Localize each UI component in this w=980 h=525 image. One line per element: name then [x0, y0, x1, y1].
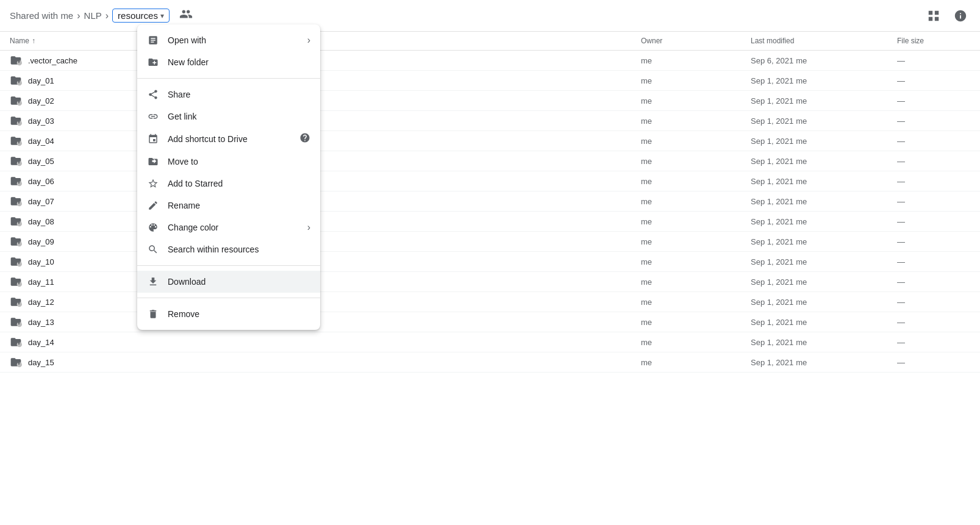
- file-name-cell: day_05: [10, 155, 641, 167]
- modified-date: Sep 1, 2021: [751, 257, 793, 266]
- modified-date: Sep 1, 2021: [751, 298, 793, 307]
- menu-item-move-to[interactable]: Move to: [137, 151, 320, 173]
- menu-item-search-within[interactable]: Search within resources: [137, 238, 320, 260]
- menu-label-share: Share: [168, 90, 190, 99]
- menu-label-add-starred: Add to Starred: [168, 179, 223, 188]
- menu-item-share[interactable]: Share: [137, 84, 320, 105]
- folder-icon: [10, 135, 22, 147]
- modified-by: me: [796, 318, 807, 327]
- menu-label-search-within: Search within resources: [168, 245, 259, 254]
- file-modified: Sep 1, 2021 me: [751, 157, 897, 166]
- menu-item-change-color[interactable]: Change color ›: [137, 216, 320, 238]
- file-owner: me: [641, 237, 751, 246]
- context-menu: Open with › New folder Share Get link: [137, 24, 320, 330]
- menu-item-remove[interactable]: Remove: [137, 303, 320, 325]
- menu-label-rename: Rename: [168, 201, 200, 210]
- file-size: —: [897, 197, 970, 206]
- breadcrumb-shared[interactable]: Shared with me: [10, 10, 73, 21]
- file-name: day_09: [28, 237, 54, 246]
- file-size: —: [897, 257, 970, 266]
- file-modified: Sep 1, 2021 me: [751, 197, 897, 206]
- breadcrumb-nlp[interactable]: NLP: [84, 10, 102, 21]
- file-modified: Sep 6, 2021 me: [751, 56, 897, 65]
- modified-date: Sep 1, 2021: [751, 157, 793, 166]
- modified-by: me: [796, 157, 807, 166]
- file-size: —: [897, 96, 970, 105]
- new-folder-icon: [147, 56, 159, 68]
- file-name: day_05: [28, 157, 54, 166]
- star-icon: [147, 177, 159, 190]
- modified-date: Sep 1, 2021: [751, 277, 793, 287]
- menu-label-new-folder: New folder: [168, 57, 209, 67]
- folder-icon: [10, 356, 22, 368]
- menu-label-add-shortcut: Add shortcut to Drive: [168, 134, 248, 144]
- file-modified: Sep 1, 2021 me: [751, 177, 897, 186]
- folder-icon: [10, 276, 22, 288]
- file-owner: me: [641, 157, 751, 166]
- modified-date: Sep 1, 2021: [751, 318, 793, 327]
- file-owner: me: [641, 197, 751, 206]
- modified-by: me: [796, 177, 807, 186]
- menu-item-get-link[interactable]: Get link: [137, 105, 320, 127]
- file-size: —: [897, 56, 970, 65]
- file-name-cell: day_11: [10, 276, 641, 288]
- modified-by: me: [796, 96, 807, 105]
- file-modified: Sep 1, 2021 me: [751, 358, 897, 367]
- grid-view-button[interactable]: [924, 6, 943, 26]
- file-name: .vector_cache: [28, 56, 77, 65]
- menu-item-add-shortcut[interactable]: Add shortcut to Drive: [137, 127, 320, 151]
- folder-icon: [10, 296, 22, 308]
- menu-item-add-starred[interactable]: Add to Starred: [137, 173, 320, 195]
- file-owner: me: [641, 177, 751, 186]
- file-owner: me: [641, 56, 751, 65]
- file-name-cell: .vector_cache: [10, 54, 641, 66]
- add-shortcut-icon: [147, 133, 159, 145]
- folder-icon: [10, 316, 22, 328]
- menu-item-rename[interactable]: Rename: [137, 195, 320, 216]
- modified-by: me: [796, 298, 807, 307]
- file-modified: Sep 1, 2021 me: [751, 96, 897, 105]
- menu-item-new-folder[interactable]: New folder: [137, 51, 320, 73]
- menu-item-open-with[interactable]: Open with ›: [137, 29, 320, 51]
- file-owner: me: [641, 338, 751, 347]
- menu-item-download[interactable]: Download: [137, 271, 320, 293]
- modified-by: me: [796, 76, 807, 85]
- manage-access-icon[interactable]: [179, 7, 193, 24]
- table-row[interactable]: day_14 me Sep 1, 2021 me —: [0, 332, 980, 352]
- file-name-cell: day_14: [10, 336, 641, 348]
- column-owner: Owner: [641, 37, 751, 45]
- file-size: —: [897, 277, 970, 287]
- file-modified: Sep 1, 2021 me: [751, 137, 897, 146]
- modified-date: Sep 1, 2021: [751, 116, 793, 126]
- info-button[interactable]: [951, 6, 970, 26]
- menu-divider-3: [137, 298, 320, 298]
- header-right: [924, 6, 970, 26]
- file-name: day_06: [28, 177, 54, 186]
- folder-icon: [10, 336, 22, 348]
- modified-date: Sep 1, 2021: [751, 197, 793, 206]
- column-name[interactable]: Name ↑: [10, 37, 641, 45]
- file-owner: me: [641, 96, 751, 105]
- file-name: day_08: [28, 217, 54, 226]
- menu-label-download: Download: [168, 277, 206, 287]
- breadcrumb-current[interactable]: resources ▾: [112, 9, 170, 23]
- column-file-size: File size: [897, 37, 970, 45]
- file-name-cell: day_09: [10, 235, 641, 248]
- file-size: —: [897, 116, 970, 126]
- file-modified: Sep 1, 2021 me: [751, 318, 897, 327]
- modified-date: Sep 1, 2021: [751, 96, 793, 105]
- menu-divider-2: [137, 265, 320, 266]
- file-name: day_12: [28, 298, 54, 307]
- modified-date: Sep 1, 2021: [751, 338, 793, 347]
- table-row[interactable]: day_15 me Sep 1, 2021 me —: [0, 352, 980, 373]
- file-modified: Sep 1, 2021 me: [751, 338, 897, 347]
- file-size: —: [897, 318, 970, 327]
- file-owner: me: [641, 76, 751, 85]
- modified-date: Sep 1, 2021: [751, 137, 793, 146]
- open-with-icon: [147, 34, 159, 46]
- modified-date: Sep 1, 2021: [751, 217, 793, 226]
- header: Shared with me › NLP › resources ▾ Open …: [0, 0, 980, 32]
- breadcrumb-sep-1: ›: [77, 10, 80, 21]
- menu-divider-1: [137, 78, 320, 79]
- file-name-cell: day_06: [10, 175, 641, 187]
